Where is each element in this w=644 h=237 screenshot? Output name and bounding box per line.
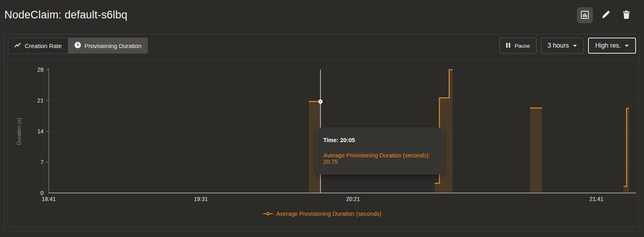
chart-panel: Creation Rate Provisioning Duration [4, 34, 640, 232]
pause-label: Pause [515, 43, 530, 49]
chart-toolbar: Creation Rate Provisioning Duration [8, 38, 636, 54]
svg-text:7: 7 [40, 159, 44, 165]
tab-label: Provisioning Duration [85, 42, 142, 49]
tab-provisioning-duration[interactable]: Provisioning Duration [68, 38, 148, 54]
trash-icon [622, 10, 631, 21]
toolbar-controls: Pause 3 hours High res. [499, 38, 636, 54]
pencil-icon [601, 10, 610, 21]
svg-text:21:41: 21:41 [589, 196, 603, 202]
chart-container[interactable]: 07142128Duration (s)18:4119:3120:2121:41… [8, 60, 637, 227]
tooltip-value: Average Provisioning Duration (seconds):… [323, 152, 436, 165]
pause-button[interactable]: Pause [499, 38, 536, 54]
tab-creation-rate[interactable]: Creation Rate [8, 38, 68, 54]
time-range-select[interactable]: 3 hours [541, 38, 584, 54]
legend-label: Average Provisioning Duration (seconds) [276, 211, 381, 217]
svg-text:21: 21 [37, 97, 44, 104]
svg-text:18:41: 18:41 [42, 196, 56, 202]
svg-text:Duration (s): Duration (s) [16, 118, 22, 145]
svg-text:19:31: 19:31 [194, 196, 208, 202]
chart-tooltip: Time: 20:05 Average Provisioning Duratio… [316, 128, 443, 174]
tooltip-time: Time: 20:05 [323, 137, 436, 143]
trend-line-icon [14, 42, 21, 49]
chevron-down-icon [625, 45, 629, 47]
time-range-value: 3 hours [548, 42, 569, 49]
bar-chart-icon [580, 10, 589, 20]
clock-icon [74, 42, 81, 50]
resolution-value: High res. [595, 42, 621, 49]
edit-button[interactable] [598, 7, 614, 23]
svg-text:28: 28 [37, 66, 44, 73]
chart-legend[interactable]: Average Provisioning Duration (seconds) [8, 211, 637, 217]
metric-tabs: Creation Rate Provisioning Duration [8, 38, 148, 54]
delete-button[interactable] [618, 7, 634, 23]
chevron-down-icon [573, 45, 577, 47]
legend-marker-icon [263, 212, 273, 216]
svg-text:20:21: 20:21 [346, 196, 360, 202]
bar-chart-view-button[interactable] [577, 7, 593, 23]
page-header: NodeClaim: default-s6lbq [0, 0, 644, 30]
tab-label: Creation Rate [25, 42, 62, 49]
resolution-select[interactable]: High res. [588, 38, 636, 54]
svg-text:0: 0 [40, 190, 44, 196]
header-actions [577, 7, 634, 23]
page-title: NodeClaim: default-s6lbq [4, 9, 127, 21]
svg-text:14: 14 [37, 128, 44, 135]
pause-icon [506, 42, 511, 49]
